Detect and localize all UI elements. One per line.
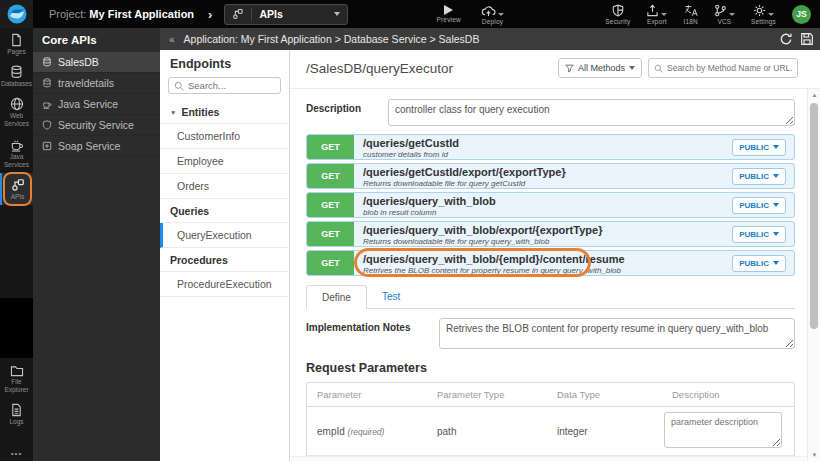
endpoint-item-orders[interactable]: Orders — [160, 174, 289, 199]
breadcrumb: Application: My First Application > Data… — [184, 33, 480, 45]
sidebar-item-logs[interactable]: Logs — [0, 398, 33, 430]
endpoints-panel: Endpoints ▼ Entities CustomerInfo Employ… — [160, 50, 290, 461]
endpoint-item-customerinfo[interactable]: CustomerInfo — [160, 124, 289, 149]
endpoint-item-queryexecution[interactable]: QueryExecution — [160, 223, 289, 248]
access-dropdown[interactable]: PUBLIC — [732, 226, 786, 243]
chevron-down-icon — [629, 66, 635, 70]
endpoints-title: Endpoints — [160, 50, 289, 77]
scroll-up-button[interactable]: ▲ — [808, 92, 820, 98]
operation-path: /queries/query_with_blob/{empId}/content… — [363, 253, 723, 266]
core-apis-item-java-service[interactable]: Java Service — [33, 94, 160, 115]
i18n-button[interactable]: I18N — [683, 4, 698, 25]
sidebar-item-apis[interactable]: APIs — [0, 173, 33, 205]
settings-button[interactable]: Settings — [751, 4, 776, 25]
database-icon — [42, 78, 52, 88]
database-icon — [42, 57, 52, 67]
tab-test[interactable]: Test — [367, 285, 415, 308]
operation-row[interactable]: GET /queries/query_with_blob blob in res… — [306, 192, 795, 218]
horizontal-scrollbar[interactable] — [290, 456, 807, 461]
triangle-down-icon: ▼ — [170, 109, 176, 116]
icon-sidebar: Pages Databases Web Services Java Servic… — [0, 28, 33, 461]
vcs-button[interactable]: VCS — [714, 4, 735, 25]
implementation-notes-textarea[interactable]: Retrives the BLOB content for property r… — [439, 318, 795, 349]
page-icon — [10, 33, 23, 47]
column-header-description: Description — [662, 383, 794, 406]
user-avatar[interactable]: JS — [792, 5, 811, 24]
export-icon — [646, 4, 659, 17]
method-badge: GET — [307, 222, 354, 246]
core-apis-item-security-service[interactable]: Security Service — [33, 115, 160, 136]
param-description-textarea[interactable] — [664, 412, 782, 448]
endpoints-search-input[interactable] — [188, 80, 275, 91]
sidebar-item-databases[interactable]: Databases — [0, 60, 33, 92]
endpoints-group-procedures[interactable]: Procedures — [160, 248, 289, 272]
shield-icon — [42, 120, 52, 130]
endpoints-group-queries[interactable]: Queries — [160, 199, 289, 223]
access-dropdown[interactable]: PUBLIC — [732, 197, 786, 214]
save-button[interactable] — [800, 32, 814, 46]
access-dropdown[interactable]: PUBLIC — [732, 255, 786, 272]
method-search-input[interactable] — [667, 63, 792, 73]
collapse-panel-icon[interactable]: « — [160, 34, 184, 45]
project-name: My First Application — [89, 8, 194, 20]
operation-path: /queries/getCustId — [363, 137, 723, 150]
coffee-icon — [10, 138, 24, 152]
access-dropdown[interactable]: PUBLIC — [732, 168, 786, 185]
method-badge: GET — [307, 135, 354, 159]
coffee-icon — [42, 99, 52, 109]
column-header-data-type: Data Type — [547, 383, 662, 406]
project-label: Project: — [49, 8, 86, 20]
project-title: Project: My First Application — [49, 8, 194, 20]
workspace-dropdown[interactable]: APIs — [224, 4, 348, 25]
preview-button[interactable]: Preview — [436, 5, 461, 23]
operation-row-selected[interactable]: GET /queries/query_with_blob/{empId}/con… — [306, 250, 795, 276]
git-branch-icon — [714, 4, 727, 17]
endpoints-group-entities[interactable]: ▼ Entities — [160, 100, 289, 124]
export-button[interactable]: Export — [646, 4, 667, 25]
description-textarea[interactable]: controller class for query execution — [388, 99, 795, 126]
sidebar-item-java-services[interactable]: Java Services — [0, 133, 33, 173]
method-search-box[interactable] — [648, 58, 798, 78]
workspace-label: APIs — [259, 8, 327, 20]
sidebar-item-web-services[interactable]: Web Services — [0, 92, 33, 132]
security-button[interactable]: Security — [605, 4, 630, 25]
search-icon — [654, 64, 663, 73]
core-apis-item-soap-service[interactable]: Soap Service — [33, 136, 160, 157]
endpoints-search-box[interactable] — [168, 77, 281, 94]
operation-row[interactable]: GET /queries/getCustId customer details … — [306, 134, 795, 160]
refresh-button[interactable] — [779, 32, 793, 46]
sidebar-item-pages[interactable]: Pages — [0, 28, 33, 60]
methods-filter-button[interactable]: All Methods — [558, 58, 642, 78]
request-parameters-table: Parameter Parameter Type Data Type Descr… — [306, 382, 795, 461]
param-name-cell: empId (required) — [307, 418, 427, 445]
vertical-scrollbar[interactable]: ▲ ▼ — [807, 89, 820, 461]
operation-path: /queries/query_with_blob — [363, 195, 723, 208]
chevron-down-icon — [334, 12, 340, 16]
deploy-button[interactable]: Deploy — [481, 4, 504, 25]
operation-row[interactable]: GET /queries/getCustId/export/{exportTyp… — [306, 163, 795, 189]
description-label: Description — [306, 99, 388, 126]
operation-row[interactable]: GET /queries/query_with_blob/export/{exp… — [306, 221, 795, 247]
method-badge: GET — [307, 193, 354, 217]
operation-path: /queries/getCustId/export/{exportType} — [363, 166, 723, 179]
app-logo[interactable] — [0, 0, 33, 28]
sidebar-blank-region — [0, 298, 33, 358]
endpoint-item-employee[interactable]: Employee — [160, 149, 289, 174]
play-icon — [444, 5, 453, 15]
topbar: Project: My First Application › APIs Pre… — [0, 0, 820, 28]
endpoint-item-procedureexecution[interactable]: ProcedureExecution — [160, 272, 289, 297]
scroll-down-button[interactable]: ▼ — [808, 452, 820, 458]
tab-define[interactable]: Define — [306, 285, 367, 309]
sidebar-item-file-explorer[interactable]: File Explorer — [0, 360, 33, 398]
chevron-down-icon — [773, 145, 779, 149]
api-icon — [232, 8, 244, 20]
required-flag: (required) — [348, 427, 385, 437]
core-apis-item-salesdb[interactable]: SalesDB — [33, 52, 160, 73]
access-dropdown[interactable]: PUBLIC — [732, 139, 786, 156]
scrollbar-thumb[interactable] — [810, 103, 818, 329]
core-apis-item-traveldetails[interactable]: traveldetails — [33, 73, 160, 94]
chevron-down-icon — [773, 232, 779, 236]
table-header-row: Parameter Parameter Type Data Type Descr… — [307, 383, 794, 407]
more-button[interactable]: ••• — [0, 449, 33, 458]
param-type-cell: path — [427, 418, 547, 445]
